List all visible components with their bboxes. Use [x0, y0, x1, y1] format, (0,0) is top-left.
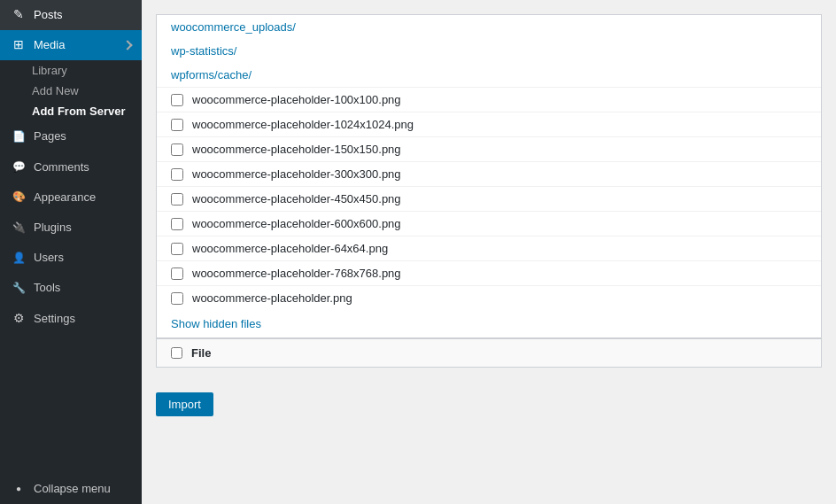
settings-icon — [11, 311, 27, 327]
file-row-5: woocommerce-placeholder-450x450.png — [157, 186, 821, 211]
file-checkbox-7[interactable] — [171, 243, 183, 255]
file-row-2: woocommerce-placeholder-1024x1024.png — [157, 112, 821, 136]
sidebar-item-settings-label: Settings — [34, 311, 75, 327]
file-row-3: woocommerce-placeholder-150x150.png — [157, 136, 821, 161]
main-content: woocommerce_uploads/ wp-statistics/ wpfo… — [142, 0, 836, 504]
sidebar-item-appearance[interactable]: Appearance — [0, 182, 142, 213]
file-checkbox-4[interactable] — [171, 168, 183, 181]
sidebar-item-tools-label: Tools — [34, 280, 60, 296]
sidebar-subitem-add-from-server[interactable]: Add From Server — [0, 101, 142, 121]
file-checkbox-8[interactable] — [171, 268, 183, 280]
posts-icon — [11, 7, 27, 23]
file-row-4: woocommerce-placeholder-300x300.png — [157, 161, 821, 186]
sidebar-item-media[interactable]: Media — [0, 30, 142, 60]
plugins-icon — [11, 220, 27, 236]
sidebar-subitem-add-new[interactable]: Add New — [0, 81, 142, 101]
file-label-2: woocommerce-placeholder-1024x1024.png — [192, 118, 414, 131]
file-label-8: woocommerce-placeholder-768x768.png — [192, 267, 401, 280]
file-checkbox-1[interactable] — [171, 94, 183, 106]
import-section: Import — [142, 382, 836, 427]
folder-link-woocommerce-uploads[interactable]: woocommerce_uploads/ — [157, 15, 821, 39]
file-label-9: woocommerce-placeholder.png — [192, 291, 352, 305]
collapse-menu-label: Collapse menu — [34, 481, 111, 497]
appearance-icon — [11, 190, 27, 205]
file-row-1: woocommerce-placeholder-100x100.png — [157, 87, 821, 112]
import-button[interactable]: Import — [156, 392, 213, 416]
sidebar-item-posts-label: Posts — [34, 7, 63, 23]
folder-link-wpforms-cache[interactable]: wpforms/cache/ — [157, 63, 821, 87]
sidebar-item-users[interactable]: Users — [0, 243, 142, 273]
media-expand-arrow — [122, 41, 132, 50]
file-label-7: woocommerce-placeholder-64x64.png — [192, 242, 388, 255]
sidebar-item-posts[interactable]: Posts — [0, 0, 142, 30]
sidebar-subitem-library[interactable]: Library — [0, 60, 142, 81]
sidebar-item-appearance-label: Appearance — [34, 190, 96, 205]
file-browser: woocommerce_uploads/ wp-statistics/ wpfo… — [156, 14, 822, 368]
file-checkbox-2[interactable] — [171, 119, 183, 131]
file-row-9: woocommerce-placeholder.png — [157, 285, 821, 310]
sidebar-item-users-label: Users — [34, 250, 64, 266]
file-label-6: woocommerce-placeholder-600x600.png — [192, 217, 401, 230]
file-label-4: woocommerce-placeholder-300x300.png — [192, 167, 401, 181]
sidebar: Posts Media Library Add New Add From Ser… — [0, 0, 142, 504]
file-label-5: woocommerce-placeholder-450x450.png — [192, 192, 401, 205]
file-label-3: woocommerce-placeholder-150x150.png — [192, 143, 401, 156]
collapse-menu-item[interactable]: Collapse menu — [0, 474, 142, 504]
collapse-icon — [11, 481, 27, 497]
file-column-label: File — [191, 346, 211, 360]
pages-icon — [11, 128, 27, 144]
comments-icon — [11, 159, 27, 175]
sidebar-item-plugins[interactable]: Plugins — [0, 213, 142, 243]
users-icon — [11, 250, 27, 266]
file-row-8: woocommerce-placeholder-768x768.png — [157, 260, 821, 285]
sidebar-item-pages-label: Pages — [34, 128, 66, 144]
file-select-all-checkbox[interactable] — [171, 347, 182, 359]
sidebar-item-pages[interactable]: Pages — [0, 121, 142, 151]
file-label-1: woocommerce-placeholder-100x100.png — [192, 93, 401, 106]
sidebar-item-tools[interactable]: Tools — [0, 273, 142, 303]
file-row-6: woocommerce-placeholder-600x600.png — [157, 211, 821, 236]
file-checkbox-6[interactable] — [171, 218, 183, 230]
show-hidden-files-link[interactable]: Show hidden files — [157, 310, 821, 337]
file-checkbox-9[interactable] — [171, 292, 183, 305]
sidebar-item-media-label: Media — [34, 37, 65, 53]
file-list: woocommerce_uploads/ wp-statistics/ wpfo… — [157, 15, 821, 367]
sidebar-item-comments[interactable]: Comments — [0, 152, 142, 182]
footer-row: File — [157, 337, 821, 367]
tools-icon — [11, 280, 27, 296]
media-icon — [11, 37, 27, 53]
file-checkbox-3[interactable] — [171, 143, 183, 156]
sidebar-item-settings[interactable]: Settings — [0, 304, 142, 334]
folder-link-wp-statistics[interactable]: wp-statistics/ — [157, 39, 821, 63]
sidebar-item-comments-label: Comments — [34, 159, 89, 175]
file-checkbox-5[interactable] — [171, 193, 183, 205]
sidebar-item-plugins-label: Plugins — [34, 220, 72, 236]
file-row-7: woocommerce-placeholder-64x64.png — [157, 236, 821, 260]
